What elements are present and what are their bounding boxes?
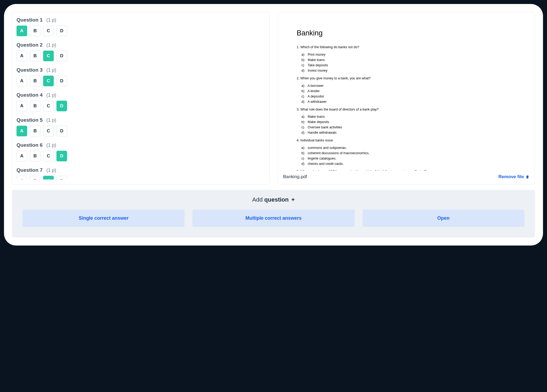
choice-button-c[interactable]: C	[43, 176, 54, 179]
choice-row: ABCD	[17, 151, 260, 161]
question-label: Question 6	[17, 142, 43, 148]
choice-button-d[interactable]: D	[56, 101, 67, 111]
question-label: Question 3	[17, 67, 43, 73]
choice-button-a[interactable]: A	[17, 51, 27, 61]
choice-button-b[interactable]: B	[30, 126, 40, 136]
choice-button-d[interactable]: D	[56, 151, 67, 161]
pdf-option: c) lingerie catalogues.	[297, 156, 516, 161]
choice-button-d[interactable]: D	[56, 51, 67, 61]
question-header: Question 5(1 p)	[17, 117, 260, 123]
choice-button-b[interactable]: B	[30, 26, 40, 36]
question-points: (1 p)	[46, 67, 56, 73]
pdf-option: c) Oversee bank activities	[297, 125, 516, 130]
pdf-option: d) Handle withdrawals	[297, 130, 516, 135]
question-type-button[interactable]: Multiple correct answers	[192, 210, 354, 227]
question-points: (1 p)	[46, 168, 56, 173]
question-type-button[interactable]: Single correct answer	[23, 210, 184, 227]
choice-button-a[interactable]: A	[17, 176, 27, 179]
question-block: Question 7(1 p)ABCD	[17, 167, 260, 179]
app-window: Question 1(1 p)ABCDQuestion 2(1 p)ABCDQu…	[4, 4, 543, 246]
question-header: Question 2(1 p)	[17, 42, 260, 48]
question-label: Question 7	[17, 167, 43, 173]
pdf-question-text: 3. What role does the board of directors…	[297, 107, 516, 112]
choice-button-c[interactable]: C	[43, 101, 54, 111]
file-bar: Banking.pdf Remove file	[282, 171, 531, 179]
choice-button-c[interactable]: C	[43, 51, 54, 61]
choice-row: ABCD	[17, 76, 260, 86]
question-label: Question 1	[17, 17, 43, 23]
pdf-option: b) Make deposits	[297, 119, 516, 125]
pdf-option: c) A depositor	[297, 94, 516, 99]
question-block: Question 5(1 p)ABCD	[17, 117, 260, 136]
pdf-option: d) A withdrawer	[297, 99, 516, 104]
choice-button-d[interactable]: D	[56, 26, 67, 36]
choice-button-b[interactable]: B	[30, 176, 40, 179]
pdf-question: 1. Which of the following do banks not d…	[297, 45, 516, 73]
question-type-buttons: Single correct answerMultiple correct an…	[23, 210, 524, 227]
question-label: Question 4	[17, 92, 43, 98]
pdf-option: d) checks and credit cards.	[297, 161, 516, 166]
choice-button-d[interactable]: D	[56, 76, 67, 86]
choice-button-c[interactable]: C	[43, 126, 54, 136]
pdf-option: c) Take deposits	[297, 63, 516, 68]
choice-button-c[interactable]: C	[43, 76, 54, 86]
question-block: Question 4(1 p)ABCD	[17, 92, 260, 111]
pdf-scroll[interactable]: Banking 1. Which of the following do ban…	[282, 17, 531, 171]
pdf-option: a) A borrower	[297, 83, 516, 88]
pdf-option: a) summons and subpoenas.	[297, 145, 516, 150]
pdf-option: b) Make loans	[297, 57, 516, 63]
choice-button-a[interactable]: A	[17, 101, 27, 111]
add-question-prefix: Add	[252, 196, 264, 203]
choice-button-b[interactable]: B	[30, 76, 40, 86]
add-question-section: Add question + Single correct answerMult…	[12, 190, 535, 238]
question-block: Question 6(1 p)ABCD	[17, 142, 260, 161]
choice-row: ABCD	[17, 51, 260, 61]
top-row: Question 1(1 p)ABCDQuestion 2(1 p)ABCDQu…	[12, 12, 535, 185]
pdf-option: b) A lender	[297, 88, 516, 94]
question-label: Question 5	[17, 117, 43, 123]
file-name: Banking.pdf	[283, 174, 307, 179]
choice-button-b[interactable]: B	[30, 51, 40, 61]
question-type-button[interactable]: Open	[363, 210, 524, 227]
remove-file-button[interactable]: Remove file	[499, 174, 529, 179]
question-points: (1 p)	[46, 92, 56, 98]
question-points: (1 p)	[46, 142, 56, 148]
answer-key-scroll[interactable]: Question 1(1 p)ABCDQuestion 2(1 p)ABCDQu…	[17, 17, 265, 179]
pdf-option: a) Make loans	[297, 114, 516, 119]
question-points: (1 p)	[46, 117, 56, 123]
remove-file-label: Remove file	[499, 174, 524, 179]
document-panel: Banking 1. Which of the following do ban…	[278, 12, 535, 185]
question-points: (1 p)	[46, 42, 56, 48]
pdf-question-text: 4. Individual banks issue	[297, 138, 516, 143]
question-label: Question 2	[17, 42, 43, 48]
choice-row: ABCD	[17, 26, 260, 36]
pdf-question: 3. What role does the board of directors…	[297, 107, 516, 136]
choice-button-d[interactable]: D	[56, 126, 67, 136]
pdf-option: d) Invest money	[297, 68, 516, 73]
choice-button-a[interactable]: A	[17, 151, 27, 161]
choice-button-a[interactable]: A	[17, 26, 27, 36]
choice-row: ABCD	[17, 101, 260, 111]
choice-row: ABCD	[17, 176, 260, 179]
choice-button-c[interactable]: C	[43, 26, 54, 36]
choice-button-a[interactable]: A	[17, 126, 27, 136]
plus-icon: +	[291, 196, 295, 203]
question-header: Question 7(1 p)	[17, 167, 260, 173]
trash-icon	[525, 175, 529, 179]
answer-key-panel: Question 1(1 p)ABCDQuestion 2(1 p)ABCDQu…	[12, 12, 270, 185]
choice-button-a[interactable]: A	[17, 76, 27, 86]
question-header: Question 3(1 p)	[17, 67, 260, 73]
question-block: Question 1(1 p)ABCD	[17, 17, 260, 36]
pdf-question-text: 1. Which of the following do banks not d…	[297, 45, 516, 50]
add-question-word: question	[264, 196, 289, 203]
choice-button-d[interactable]: D	[56, 176, 67, 179]
pdf-option: b) coherent discussions of macroeconomic…	[297, 150, 516, 156]
pdf-title: Banking	[297, 29, 516, 37]
choice-button-b[interactable]: B	[30, 151, 40, 161]
choice-row: ABCD	[17, 126, 260, 136]
pdf-option: a) Print money	[297, 52, 516, 57]
choice-button-b[interactable]: B	[30, 101, 40, 111]
question-header: Question 6(1 p)	[17, 142, 260, 148]
question-points: (1 p)	[46, 17, 56, 23]
choice-button-c[interactable]: C	[43, 151, 54, 161]
